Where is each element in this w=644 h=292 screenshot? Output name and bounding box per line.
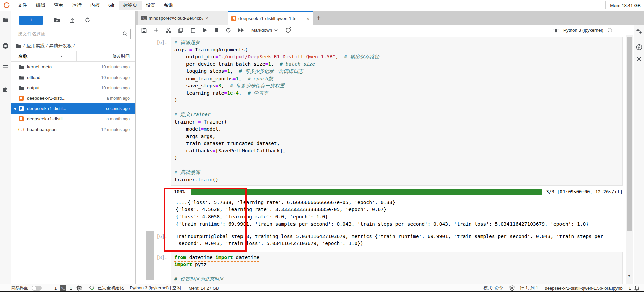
- scrollbar-thumb[interactable]: [627, 37, 632, 231]
- search-icon: [123, 31, 128, 36]
- breadcrumb-sep: /: [23, 43, 25, 48]
- progress-percent: 100%: [174, 189, 190, 195]
- home-folder-icon[interactable]: [16, 44, 22, 48]
- menu-kernel[interactable]: 内核: [86, 1, 104, 10]
- mindspore-logo-icon: [3, 2, 10, 9]
- file-row[interactable]: kernel_meta 10 minutes ago: [11, 62, 135, 72]
- menu-run[interactable]: 运行: [68, 1, 86, 10]
- menu-settings[interactable]: 设置: [142, 1, 160, 10]
- input-prompt: [6]:: [136, 37, 171, 186]
- cell-type-dropdown[interactable]: Markdown: [251, 28, 278, 33]
- menu-tabs[interactable]: 标签页: [119, 1, 142, 10]
- stop-icon[interactable]: [214, 28, 219, 32]
- code-editor[interactable]: # 训练超参args = TrainingArguments( output_d…: [171, 37, 623, 186]
- breadcrumb-sep: /: [73, 43, 75, 48]
- insert-cell-icon[interactable]: [154, 28, 159, 33]
- simple-mode-label: 简易界面: [11, 285, 29, 291]
- close-icon[interactable]: ×: [306, 16, 309, 21]
- running-kernels-icon[interactable]: [0, 43, 11, 49]
- cell-collapser-bar[interactable]: [146, 231, 154, 280]
- progress-status: 3/3 [01:09<00:00, 12.26s/it]: [546, 189, 623, 195]
- folder-icon: [18, 86, 24, 90]
- new-launcher-button[interactable]: +: [19, 16, 43, 25]
- execute-result: [6]: TrainOutput(global_step=3, training…: [136, 233, 626, 247]
- new-folder-icon[interactable]: [54, 17, 60, 23]
- new-tab-button[interactable]: +: [317, 14, 321, 22]
- run-icon[interactable]: [203, 28, 207, 33]
- code-cell-6[interactable]: [6]: # 训练超参args = TrainingArguments( out…: [136, 37, 626, 186]
- restart-kernel-icon[interactable]: [226, 28, 231, 33]
- menu-view[interactable]: 查看: [50, 1, 68, 10]
- run-all-icon[interactable]: [238, 28, 244, 33]
- close-icon[interactable]: ×: [205, 16, 208, 21]
- menu-file[interactable]: 文件: [13, 1, 32, 10]
- file-filter-input[interactable]: [15, 31, 123, 36]
- table-of-contents-icon[interactable]: [0, 65, 11, 70]
- code-editor[interactable]: from datetime import datetimeimport pytz…: [171, 252, 623, 284]
- running-dot: [14, 108, 16, 110]
- sort-ascending-icon: ▲: [60, 55, 63, 58]
- file-row[interactable]: deepdeek-r1-disti... a month ago: [11, 93, 135, 103]
- menu-help[interactable]: 帮助: [160, 1, 178, 10]
- command-mode-label: 模式: 命令: [483, 285, 503, 291]
- right-activity-bar: [634, 25, 644, 284]
- notebook-icon: [231, 16, 236, 21]
- upload-icon[interactable]: [69, 17, 75, 23]
- stream-output: ....{'loss': 5.7338, 'learning_rate': 6.…: [136, 199, 626, 228]
- debugger-bug-icon[interactable]: [553, 28, 559, 33]
- file-filter-box: [15, 29, 131, 39]
- folder-icon: [18, 65, 24, 69]
- terminals-count: 1: [54, 286, 57, 291]
- active-filename: deepseek-r1-distill-qwen-1.5b-lora.ipynb: [545, 286, 623, 291]
- extensions-puzzle-icon[interactable]: [0, 86, 11, 92]
- breadcrumb-item[interactable]: 昇腾开发板: [49, 43, 72, 49]
- cut-icon[interactable]: [166, 28, 171, 33]
- breadcrumb-sep: /: [46, 43, 48, 48]
- file-row-selected[interactable]: deepseek-r1-distil... seconds ago: [11, 103, 135, 114]
- extension-circle-icon[interactable]: [286, 28, 291, 33]
- breadcrumb-item[interactable]: 应用实践: [26, 43, 45, 49]
- cursor-position[interactable]: 行 1, 列 1: [520, 285, 538, 291]
- json-icon: {:}: [18, 127, 24, 132]
- simple-mode-toggle[interactable]: [32, 286, 42, 291]
- column-modified[interactable]: 修改时间: [76, 51, 135, 62]
- menu-edit[interactable]: 编辑: [32, 1, 50, 10]
- kernel-status-text[interactable]: Python 3 (ipykernel) | 空闲: [130, 285, 181, 291]
- file-browser-toolbar: +: [11, 16, 135, 25]
- menu-git[interactable]: Git: [104, 1, 119, 10]
- scrollbar-down-arrow[interactable]: ▼: [627, 274, 631, 278]
- file-browser-icon[interactable]: [0, 17, 11, 23]
- notebook-content: [6]: # 训练超参args = TrainingArguments( out…: [136, 35, 626, 284]
- shield-x-icon[interactable]: [509, 285, 515, 291]
- file-row[interactable]: {:} huanhuan.json 12 minutes ago: [11, 124, 135, 135]
- property-inspector-gears-icon[interactable]: [634, 28, 644, 35]
- kernels-count: 1: [70, 286, 72, 291]
- terminal-badge-icon: $_: [60, 285, 66, 291]
- save-icon[interactable]: [141, 28, 147, 33]
- file-browser-panel: + / 应用实践 / 昇腾开发板 /: [11, 11, 136, 284]
- chevron-down-icon: [274, 29, 278, 31]
- notebook-scrollbar[interactable]: ▼: [626, 35, 633, 284]
- kernel-status-icon[interactable]: [608, 28, 612, 32]
- file-row[interactable]: deepseek-r1-distil... a month ago: [11, 114, 135, 124]
- jupyterlab-window: 文件 编辑 查看 运行 内核 Git 标签页 设置 帮助 Mem:18.41 G…: [0, 0, 644, 292]
- bell-icon[interactable]: [634, 285, 639, 291]
- paste-icon[interactable]: [191, 28, 196, 33]
- file-row[interactable]: offload 10 minutes ago: [11, 72, 135, 83]
- result-text: TrainOutput(global_step=3, training_loss…: [171, 233, 626, 247]
- column-name[interactable]: 名称 ▲: [11, 53, 76, 59]
- git-initialized-icon: [89, 285, 95, 291]
- tab-terminal[interactable]: $_ mindspore@cloud-2e04cb70 ×: [138, 11, 228, 25]
- file-row[interactable]: output 10 minutes ago: [11, 83, 135, 93]
- debug-gear-icon[interactable]: [634, 56, 644, 62]
- menu-bar: 文件 编辑 查看 运行 内核 Git 标签页 设置 帮助 Mem:18.41 G…: [0, 0, 644, 11]
- circle-bolt-icon[interactable]: [634, 44, 644, 50]
- copy-icon[interactable]: [178, 28, 183, 33]
- tab-notebook-active[interactable]: deepseek-r1-distill-qwen-1.5 ×: [228, 11, 313, 25]
- notebook-icon: [18, 106, 24, 111]
- progress-widget: 100% 3/3 [01:09<00:00, 12.26s/it]: [136, 188, 626, 195]
- notifications-count: 1: [629, 286, 631, 291]
- kernel-name[interactable]: Python 3 (ipykernel): [563, 28, 603, 33]
- refresh-icon[interactable]: [85, 17, 90, 23]
- code-cell-8[interactable]: [8]: from datetime import datetimeimport…: [136, 252, 626, 284]
